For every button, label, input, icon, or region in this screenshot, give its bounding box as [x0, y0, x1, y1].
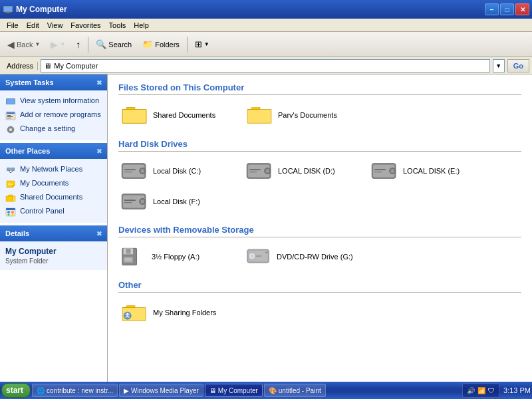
my-documents-link[interactable]: My Documents — [3, 177, 104, 191]
parvs-documents-folder-icon — [246, 104, 273, 126]
sharing-folders-item[interactable]: My Sharing Folders — [118, 299, 238, 326]
menu-help[interactable]: Help — [130, 20, 153, 31]
minimize-button[interactable]: – — [485, 3, 499, 15]
svg-rect-38 — [249, 172, 257, 172]
shared-documents-item[interactable]: Shared Documents — [118, 102, 238, 128]
dvd-g-item[interactable]: DVD/CD-RW Drive (G:) — [243, 244, 363, 269]
menu-tools[interactable]: Tools — [105, 20, 130, 31]
dvd-g-icon — [246, 247, 271, 267]
address-input[interactable]: 🖥 My Computer — [41, 59, 489, 72]
menu-edit[interactable]: Edit — [23, 20, 43, 31]
removable-header: Devices with Removable Storage — [118, 225, 521, 237]
svg-rect-53 — [126, 249, 130, 253]
shared-documents-link[interactable]: Shared Documents — [3, 191, 104, 205]
svg-rect-20 — [8, 184, 13, 185]
system-tasks-section: System Tasks ✖ View system information — [0, 74, 107, 140]
drive-d-item[interactable]: LOCAL DISK (D:) — [243, 158, 363, 184]
address-bar: Address 🖥 My Computer ▼ Go — [0, 57, 532, 74]
removable-items-grid: 3½ Floppy (A:) DVD/CD-RW Drive (G:) — [118, 244, 521, 269]
taskbar-mycomputer-label: My Computer — [218, 387, 258, 394]
hdd-c-icon — [121, 161, 148, 181]
svg-point-30 — [140, 169, 144, 173]
change-setting-link[interactable]: Change a setting — [3, 122, 104, 136]
menu-view[interactable]: View — [43, 20, 67, 31]
control-panel-link[interactable]: Control Panel — [3, 205, 104, 219]
shared-documents-label: Shared Documents — [153, 111, 215, 119]
close-button[interactable]: ✕ — [515, 3, 529, 15]
maximize-button[interactable]: □ — [500, 3, 514, 15]
svg-rect-5 — [7, 99, 15, 104]
taskbar-mycomputer-btn[interactable]: 🖥 My Computer — [205, 384, 263, 397]
clock: 3:13 PM — [503, 386, 531, 394]
tray-security-icon: 🛡 — [488, 387, 495, 394]
go-button[interactable]: Go — [507, 59, 529, 72]
system-tasks-header[interactable]: System Tasks ✖ — [0, 74, 107, 90]
start-button[interactable]: start — [1, 383, 31, 398]
svg-rect-19 — [8, 183, 11, 184]
parvs-documents-item[interactable]: Parv's Documents — [243, 102, 363, 128]
dvd-g-label: DVD/CD-RW Drive (G:) — [277, 253, 353, 261]
system-tasks-collapse-icon: ✖ — [96, 79, 102, 86]
left-panel: System Tasks ✖ View system information — [0, 74, 108, 382]
floppy-a-item[interactable]: 3½ Floppy (A:) — [118, 244, 238, 269]
other-header: Other — [118, 280, 521, 293]
svg-rect-16 — [12, 168, 14, 170]
back-label: Back — [17, 41, 33, 49]
title-icon — [3, 4, 13, 15]
drive-f-label: Local Disk (F:) — [153, 198, 200, 205]
folders-button[interactable]: 📁 Folders — [138, 36, 184, 53]
address-icon: 🖥 — [44, 62, 51, 70]
view-system-info-link[interactable]: View system information — [3, 94, 104, 108]
folders-label: Folders — [155, 41, 180, 49]
up-button[interactable]: ↑ — [71, 36, 85, 53]
menu-favorites[interactable]: Favorites — [66, 20, 104, 31]
settings-icon — [5, 124, 16, 135]
svg-point-48 — [140, 200, 144, 203]
other-places-header[interactable]: Other Places ✖ — [0, 143, 107, 159]
svg-rect-59 — [265, 252, 268, 253]
details-header[interactable]: Details ✖ — [0, 225, 107, 241]
system-tray: 🔊 📶 🛡 — [462, 383, 499, 398]
stored-items-grid: Shared Documents Parv's Documents — [118, 102, 521, 128]
back-arrow-icon: ◀ — [7, 39, 15, 50]
tray-sound-icon: 📶 — [477, 387, 485, 394]
system-tasks-content: View system information Add or remove pr… — [0, 90, 107, 140]
svg-rect-37 — [249, 169, 261, 170]
drive-e-item[interactable]: LOCAL DISK (E:) — [368, 158, 488, 184]
removable-section: Devices with Removable Storage 3½ Floppy… — [118, 225, 521, 269]
taskbar-paint-icon: 🎨 — [269, 387, 277, 394]
taskbar-paint-btn[interactable]: 🎨 untitled - Paint — [264, 384, 326, 397]
taskbar-mediaplayer-btn[interactable]: ▶ Windows Media Player — [119, 384, 203, 397]
forward-button[interactable]: ▶ ▼ — [46, 36, 70, 53]
add-remove-programs-link[interactable]: Add or remove programs — [3, 108, 104, 122]
address-dropdown-button[interactable]: ▼ — [493, 59, 505, 72]
svg-rect-10 — [7, 118, 11, 118]
folders-icon: 📁 — [142, 39, 153, 49]
svg-rect-7 — [7, 112, 15, 114]
toolbar: ◀ Back ▼ ▶ ▼ ↑ 🔍 Search 📁 Folders ⊞ ▼ — [0, 32, 532, 57]
other-places-collapse-icon: ✖ — [96, 148, 102, 155]
taskbar: start 🌐 contribute : new instr... ▶ Wind… — [0, 382, 532, 399]
my-network-places-link[interactable]: My Network Places — [3, 163, 104, 177]
my-documents-icon — [5, 179, 16, 190]
svg-rect-31 — [124, 169, 136, 170]
sharing-folders-label: My Sharing Folders — [153, 309, 216, 317]
drive-e-label: LOCAL DISK (E:) — [403, 167, 460, 175]
search-button[interactable]: 🔍 Search — [91, 36, 136, 53]
back-button[interactable]: ◀ Back ▼ — [3, 36, 45, 53]
parvs-documents-label: Parv's Documents — [278, 111, 337, 119]
details-section: Details ✖ My Computer System Folder — [0, 225, 107, 270]
toolbar-separator-1 — [88, 37, 88, 53]
taskbar-contribute-label: contribute : new instr... — [47, 387, 113, 394]
taskbar-contribute-btn[interactable]: 🌐 contribute : new instr... — [32, 384, 118, 397]
views-button[interactable]: ⊞ ▼ — [190, 36, 214, 53]
svg-point-36 — [265, 169, 269, 173]
svg-rect-9 — [7, 116, 13, 117]
title-buttons: – □ ✕ — [485, 3, 529, 15]
drive-f-item[interactable]: Local Disk (F:) — [118, 189, 238, 214]
title-bar: My Computer – □ ✕ — [0, 0, 532, 19]
drive-c-item[interactable]: Local Disk (C:) — [118, 158, 238, 184]
forward-dropdown-icon: ▼ — [60, 41, 65, 47]
shared-documents-icon — [5, 193, 16, 203]
menu-file[interactable]: File — [3, 20, 23, 31]
